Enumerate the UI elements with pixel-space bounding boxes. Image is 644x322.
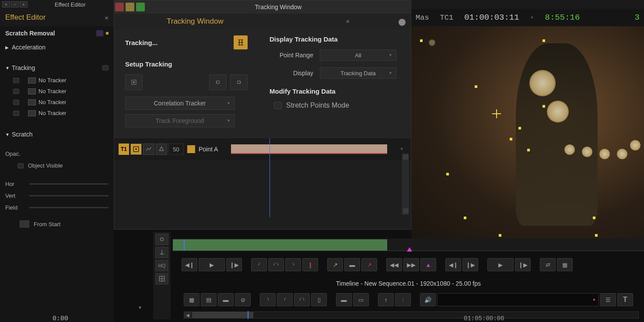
tracking-group[interactable]: ▼ Tracking <box>0 61 114 75</box>
lift-button[interactable]: ▬ <box>344 258 360 271</box>
timeline-scrollbar[interactable]: ◀ <box>184 312 639 318</box>
go-mark-in-button[interactable]: ⸂ <box>277 293 293 306</box>
tracker-point-icon[interactable] <box>499 234 501 237</box>
track-forward-button[interactable] <box>230 74 248 90</box>
segment-overwrite-button[interactable]: ▭ <box>353 293 369 306</box>
from-start-row[interactable]: From Start <box>0 218 114 230</box>
scroll-up-icon[interactable] <box>403 154 409 160</box>
tracker-point-icon[interactable] <box>475 85 477 88</box>
tool-button[interactable]: ▤ <box>201 293 217 306</box>
close-icon[interactable]: × <box>346 18 350 25</box>
menu-minimize-icon[interactable]: − <box>11 1 19 7</box>
prev-frame-button[interactable]: ◀❙ <box>445 258 461 271</box>
add-keyframe-button[interactable]: ▲ <box>420 258 436 271</box>
play-inout-button[interactable]: ❙▶ <box>515 258 531 271</box>
tracker-clip-bar[interactable] <box>231 144 387 154</box>
fastforward-button[interactable]: ▶▶ <box>403 258 419 271</box>
tracker-point-icon[interactable] <box>446 173 449 175</box>
display-dropdown[interactable]: Tracking Data ▼ <box>320 67 396 79</box>
next-frame-button[interactable]: ❙▶ <box>462 258 478 271</box>
grid-button[interactable] <box>155 273 168 284</box>
tracker-point-icon[interactable] <box>542 105 545 108</box>
list-view-button[interactable]: ☰ <box>600 293 616 306</box>
timeline-playhead[interactable] <box>270 138 270 217</box>
chevron-down-icon[interactable]: ▼ <box>136 304 144 311</box>
tc1-label[interactable]: TC1 <box>440 14 454 22</box>
save-preset-icon[interactable] <box>96 30 103 36</box>
tracker-row[interactable]: No Tracker <box>0 75 114 86</box>
tracker-point-icon[interactable] <box>527 149 530 151</box>
point-range-dropdown[interactable]: All ▼ <box>320 49 396 61</box>
tracker-point-icon[interactable] <box>510 138 512 140</box>
tracker-number-input[interactable]: 50 <box>168 144 184 155</box>
tracking-enable-checkbox[interactable] <box>102 65 108 70</box>
step-forward-button[interactable]: ❙▶ <box>226 258 242 271</box>
tracker-point-icon[interactable] <box>595 234 598 237</box>
track-reverse-button[interactable] <box>209 74 227 90</box>
tracker-point-icon[interactable] <box>464 217 466 219</box>
extract-button[interactable]: ↗ <box>327 258 343 271</box>
mark-in-button[interactable]: ⸂ <box>251 258 267 271</box>
tracker-point-icon[interactable] <box>593 217 595 219</box>
stretch-mode-checkbox[interactable] <box>274 102 282 109</box>
acceleration-group[interactable]: ▶ Acceleration <box>0 40 114 54</box>
tracking-window-titlebar[interactable]: Tracking Window <box>114 0 411 14</box>
rewind-button[interactable]: ◀◀ <box>386 258 402 271</box>
mark-clip-button[interactable]: ⸂⸃ <box>294 293 310 306</box>
delete-tracker-icon[interactable]: × <box>400 146 406 152</box>
tool-button[interactable]: ▦ <box>184 293 200 306</box>
chevron-down-icon[interactable]: ▼ <box>530 15 534 20</box>
master-timecode[interactable]: 01:00:03:11 <box>464 13 519 22</box>
tracker-engine-dropdown[interactable]: Correlation Tracker ▼ <box>125 97 234 110</box>
tracker-point-icon[interactable] <box>420 39 423 42</box>
tool-button[interactable]: ⊘ <box>235 293 251 306</box>
field-slider[interactable] <box>29 207 108 208</box>
position-bar[interactable] <box>173 238 644 252</box>
close-icon[interactable]: × <box>105 14 108 21</box>
mark-out-button[interactable]: ⸃ <box>285 258 301 271</box>
mas-label[interactable]: Mas <box>416 14 429 22</box>
object-visible-row[interactable]: Object Visible <box>0 160 114 172</box>
menu-plus-icon[interactable]: + <box>20 1 28 7</box>
tracker-color-swatch[interactable] <box>187 145 195 153</box>
focus-button[interactable] <box>155 247 168 258</box>
scroll-left-icon[interactable]: ◀ <box>184 312 191 318</box>
track-target-dropdown[interactable]: Track Foreground ▼ <box>125 114 234 127</box>
play-button[interactable]: ▶ <box>199 258 225 271</box>
tool-button[interactable]: ▬ <box>218 293 234 306</box>
window-minimize-button[interactable] <box>126 3 134 11</box>
tracker-graph-button[interactable] <box>143 144 154 155</box>
step-back-button[interactable]: ◀❙ <box>182 258 197 271</box>
scrollbar-thumb[interactable] <box>192 312 253 318</box>
tracker-crosshair-icon[interactable] <box>492 109 501 118</box>
tracker-enable-button[interactable] <box>130 144 142 155</box>
playhead-indicator[interactable] <box>184 239 185 251</box>
gang-button[interactable] <box>155 234 168 245</box>
go-mark-out-button[interactable]: ⸃ <box>260 293 276 306</box>
vert-slider[interactable] <box>29 195 108 196</box>
gear-icon[interactable] <box>399 19 406 26</box>
play-loop-button[interactable]: ▶ <box>487 258 514 271</box>
tracker-checkbox[interactable] <box>13 89 19 94</box>
trim-button[interactable]: ⇄ <box>540 258 556 271</box>
window-close-button[interactable] <box>115 3 124 11</box>
audio-button[interactable]: 🔊 <box>420 293 436 306</box>
overwrite-button[interactable]: ↑ <box>395 293 411 306</box>
tracker-offset-button[interactable] <box>156 144 167 155</box>
overwrite-button[interactable]: ↗ <box>361 258 377 271</box>
object-visible-checkbox[interactable] <box>18 163 24 168</box>
segment-mode-button[interactable]: ▬ <box>336 293 352 306</box>
tracker-checkbox[interactable] <box>13 111 19 116</box>
start-tracking-button[interactable] <box>234 35 248 49</box>
tracker-scrollbar[interactable] <box>402 154 409 215</box>
scratch-group[interactable]: ▼ Scratch <box>0 127 114 141</box>
hq-button[interactable]: HQ <box>155 260 168 271</box>
hor-slider[interactable] <box>29 183 108 185</box>
clear-marks-button[interactable]: ▯ <box>311 293 327 306</box>
window-maximize-button[interactable] <box>136 3 145 11</box>
tracker-t1-badge[interactable]: T1 <box>119 144 129 155</box>
mark-clip-button[interactable]: ⸂⸃ <box>268 258 284 271</box>
new-tracker-button[interactable] <box>125 74 143 90</box>
tracker-checkbox[interactable] <box>13 100 19 105</box>
scroll-down-icon[interactable] <box>403 208 409 214</box>
